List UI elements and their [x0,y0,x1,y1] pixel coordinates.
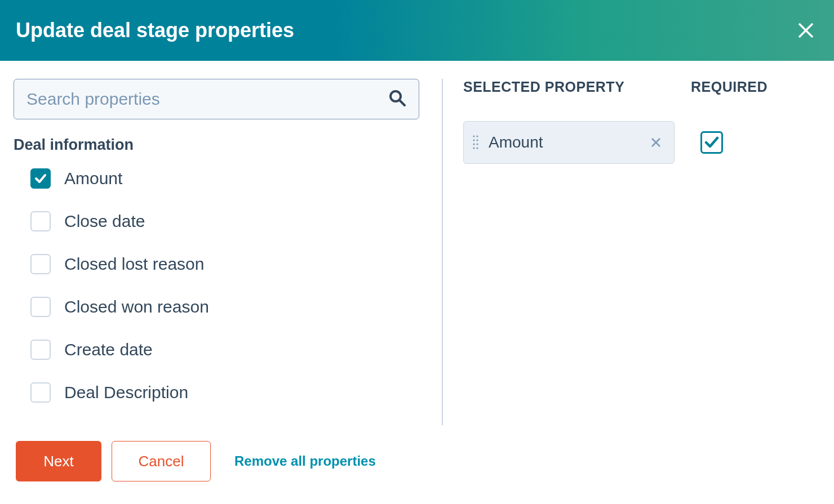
property-label: Closed lost reason [64,255,204,274]
property-item: Closed lost reason [30,254,419,274]
selected-property-heading: SELECTED PROPERTY [463,79,624,95]
svg-point-9 [476,143,478,145]
search-icon [388,89,406,109]
property-label: Create date [64,340,153,359]
svg-point-6 [473,139,474,141]
next-button[interactable]: Next [16,441,101,481]
cancel-button[interactable]: Cancel [112,441,211,481]
property-item: Create date [30,340,419,360]
drag-handle-icon[interactable] [472,134,480,151]
svg-point-8 [473,143,474,145]
selected-property-label: Amount [489,133,639,151]
property-label: Amount [64,169,122,188]
section-title: Deal information [14,136,419,154]
close-button[interactable] [793,18,818,43]
property-item: Closed won reason [30,297,419,317]
svg-point-10 [473,147,474,149]
svg-point-5 [476,135,478,137]
svg-point-11 [476,147,478,149]
svg-point-4 [473,135,474,137]
property-checkbox[interactable] [30,297,51,317]
remove-all-link[interactable]: Remove all properties [234,453,376,469]
selected-property-chip[interactable]: Amount [463,121,675,164]
property-checkbox[interactable] [30,382,51,403]
close-icon [797,21,815,39]
property-item: Close date [30,211,419,231]
svg-line-3 [400,100,405,105]
required-checkbox[interactable] [700,131,723,154]
svg-point-7 [476,139,478,141]
property-checkbox[interactable] [30,168,51,189]
property-label: Closed won reason [64,297,209,316]
modal-header: Update deal stage properties [0,0,834,61]
property-list: Amount Close date Closed lost reason [14,168,419,403]
modal-title: Update deal stage properties [16,19,294,42]
right-panel: SELECTED PROPERTY REQUIRED Amount [442,79,818,425]
property-label: Close date [64,212,145,231]
remove-property-icon[interactable] [648,135,664,150]
property-checkbox[interactable] [30,340,51,360]
search-input[interactable] [26,90,388,109]
property-item: Deal Description [30,382,419,403]
modal-footer: Next Cancel Remove all properties [0,441,392,481]
property-checkbox[interactable] [30,254,51,274]
search-wrapper [14,79,419,119]
property-checkbox[interactable] [30,211,51,231]
property-label: Deal Description [64,383,188,402]
left-panel: Deal information Amount Close date [14,79,442,425]
selected-row: Amount [463,121,818,164]
property-item: Amount [30,168,419,189]
required-heading: REQUIRED [691,79,768,95]
